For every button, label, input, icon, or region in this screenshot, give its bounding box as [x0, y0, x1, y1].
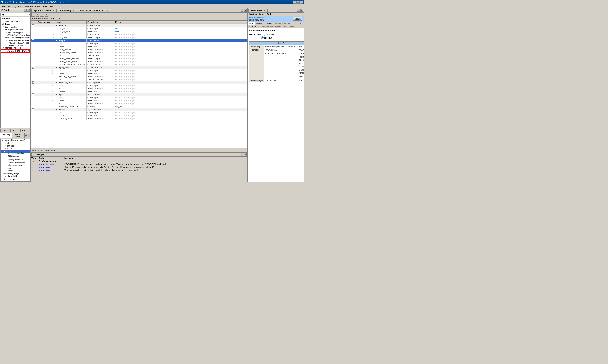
menu-edit[interactable]: Edit: [7, 5, 13, 8]
tab-interconnect-close[interactable]: ✕: [106, 10, 108, 12]
params-close-btn[interactable]: ✕: [300, 9, 303, 12]
params-tab-arithmetic[interactable]: Arithmetic: [292, 22, 303, 25]
maximize-button[interactable]: □: [296, 1, 300, 4]
table-row[interactable]: ─○ clk Clock Output Double-click to expo…: [31, 33, 247, 36]
tree-item-bridges[interactable]: ▼Bridges and Adaptors: [0, 28, 30, 31]
table-row[interactable]: data_master Avalon Memory... Double-clic…: [31, 48, 247, 51]
msg-path-2[interactable]: kernel.sysid: [39, 166, 63, 168]
params-pin-btn[interactable]: ─: [297, 9, 300, 12]
tab-messages-close[interactable]: ✕: [46, 154, 47, 156]
table-row[interactable]: ─○ external_connection Conduit out_led: [31, 105, 247, 108]
table-row[interactable]: s1 Avalon Memory... Double-click to expo…: [31, 87, 247, 90]
table-row[interactable]: ○─ clk_in_reset Reset Input reset: [31, 30, 247, 33]
table-row[interactable]: avalon_jtag_slave Avalon Memory... Doubl…: [31, 75, 247, 78]
table-row[interactable]: ○─ clk1 Clock Input Double-click to expo…: [31, 84, 247, 87]
tree-item-memory-mapped[interactable]: ▼Memory Mapped: [0, 31, 30, 34]
component-checkbox[interactable]: [32, 39, 34, 42]
msg-path-1[interactable]: kernel.jtag_uart: [39, 163, 63, 165]
menu-system[interactable]: System: [13, 5, 23, 8]
add-button[interactable]: + Add...: [20, 129, 30, 132]
toolbar-filter-btn[interactable]: ▾: [44, 13, 48, 17]
hierarchy-pin-btn[interactable]: ─: [25, 134, 27, 137]
tree-item-basic-functions[interactable]: ▼Basic Functions: [0, 26, 30, 28]
tab-interconnect[interactable]: Interconnect Requirements ✕: [77, 9, 110, 12]
new-button[interactable]: New...: [0, 129, 10, 132]
table-row[interactable]: ○─ clk Clock Input Double-click to expo.…: [31, 111, 247, 114]
menu-help[interactable]: Help: [49, 5, 55, 8]
tree-item-library[interactable]: ▼Library: [0, 23, 30, 26]
tree-item-altera-soft-jtag[interactable]: Altera Soft Core JTAG IO: [0, 42, 30, 44]
tree-item-project[interactable]: ▶Project: [0, 17, 30, 20]
table-row[interactable]: control_slave Avalon Memory... Double-cl…: [31, 117, 247, 120]
table-row[interactable]: ○─ clk Clock Input Double-click to expo.…: [31, 69, 247, 72]
tree-item-simulation[interactable]: ▼Simulation: Debug and Verification: [0, 36, 30, 39]
table-row[interactable]: ─○ clk_reset Reset Output Double-click t…: [31, 36, 247, 39]
tab-device-family[interactable]: Device Family: [12, 133, 25, 138]
search-clear-btn[interactable]: ✕: [29, 13, 30, 16]
tree-item-new-component[interactable]: New Component...: [0, 20, 30, 23]
params-tab-mmu[interactable]: MMU and MPU Settings: [260, 25, 282, 28]
details-button[interactable]: Details: [293, 17, 303, 21]
hier-debug-mem-slave[interactable]: ○ debug mem slave: [0, 158, 30, 161]
params-tab-vectors[interactable]: Vectors: [255, 22, 264, 25]
toolbar-down-btn[interactable]: ↓: [40, 13, 44, 17]
table-row[interactable]: ○─ reset Reset Input Double-click to exp…: [31, 114, 247, 117]
table-row[interactable]: irq Interrupt Rec... Double-click to exp…: [31, 54, 247, 57]
tab-system-contents[interactable]: System Contents ✕: [31, 9, 57, 12]
table-row[interactable]: irq Interrupt Sender Double-click to exp…: [31, 78, 247, 81]
hier-reset[interactable]: ○ reset: [0, 169, 30, 172]
tree-item-interface-protocols[interactable]: ▼Interface Protocols: [0, 47, 30, 49]
list-item[interactable]: ● kernel.jtag_uart JTAG UART IP input cl…: [31, 163, 247, 166]
hier-clock-bridge[interactable]: + ●clock_bridge: [0, 175, 30, 178]
component-checkbox[interactable]: [32, 108, 34, 111]
search-input[interactable]: [0, 13, 29, 16]
params-tab-instructions[interactable]: Instructions: [248, 25, 260, 28]
table-row[interactable]: ▼ ■sysid System ID Per...: [31, 108, 247, 111]
tab-hierarchy[interactable]: Hierarchy: [0, 133, 12, 138]
list-item[interactable]: ● kernel.sysid System ID is not assigned…: [31, 166, 247, 169]
table-row[interactable]: debug_reset_request Reset Output Double-…: [31, 57, 247, 60]
hier-instr-master[interactable]: ○ instruction master: [0, 164, 30, 167]
hier-debug-reset[interactable]: ○ debug reset request: [0, 161, 30, 164]
tree-item-altera-virtual-jtag[interactable]: Altera Virtual JTAG: [0, 44, 30, 47]
table-row[interactable]: ○─ reset Reset Input Double-click to exp…: [31, 99, 247, 102]
table-row[interactable]: ○─ reset1 Reset Input Double-click to ex…: [31, 90, 247, 93]
menu-generate[interactable]: Generate: [22, 5, 34, 8]
params-tab-jtag-debug[interactable]: JTAG Debug: [283, 25, 295, 28]
table-row[interactable]: ▼ ■clk_0 Clock Source: [31, 24, 247, 27]
tab-address-map[interactable]: Address Map ✕: [57, 9, 77, 12]
tab-address-map-close[interactable]: ✕: [73, 10, 75, 12]
hier-kernel[interactable]: ▼ ◇kernel [kernel.qsys*: [0, 139, 30, 142]
table-row[interactable]: ○─ reset Reset Input Double-click to exp…: [31, 72, 247, 75]
toolbar-up-btn[interactable]: ↑: [36, 13, 40, 17]
component-checkbox[interactable]: [32, 81, 34, 84]
minimize-button[interactable]: ─: [293, 1, 296, 4]
tab-system-contents-close[interactable]: ✕: [53, 10, 54, 12]
component-checkbox[interactable]: [32, 66, 34, 69]
panel-close-btn[interactable]: ✕: [27, 9, 30, 12]
table-row[interactable]: ▼ ■onchip_ram On-Chip Mem...: [31, 81, 247, 84]
messages-close-btn[interactable]: ✕: [244, 153, 247, 156]
tree-item-debug-perf[interactable]: ▼Debug and Performance: [0, 39, 30, 42]
tab-parameters[interactable]: Parameters ✕: [248, 9, 268, 12]
hier-jtag-uart[interactable]: ▼ ●jtag_uart: [0, 178, 30, 181]
list-item[interactable]: ● kernel.sysid Time stamp will be automa…: [31, 169, 247, 172]
hier-out-led[interactable]: + ●out_led: [0, 144, 30, 147]
edit-button[interactable]: Edit...: [11, 129, 20, 132]
tab-params-close[interactable]: ✕: [264, 10, 265, 12]
hier-jtag-connections[interactable]: ○ Connections: [0, 181, 30, 182]
msg-path-3[interactable]: kernel.sysid: [39, 169, 63, 171]
middle-close-btn[interactable]: ✕: [244, 9, 247, 12]
tab-messages[interactable]: Messages ✕: [31, 153, 49, 156]
toolbar-add-btn[interactable]: +: [31, 13, 35, 17]
radio-nios-e[interactable]: [263, 33, 265, 36]
hier-irq[interactable]: ○ irq: [0, 167, 30, 169]
panel-pin-btn[interactable]: ─: [24, 9, 26, 12]
hier-reset-bridge[interactable]: + ●reset_bridge: [0, 172, 30, 175]
tree-item-jtag-avalon[interactable]: JTAG to Avalon Master Bridge: [0, 34, 30, 36]
hier-reset-0[interactable]: + ●reset_0: [0, 147, 30, 150]
table-row[interactable]: clk Clock Input Double-click to expo...: [31, 42, 247, 45]
radio-nios-f[interactable]: [261, 36, 264, 39]
hierarchy-close-btn[interactable]: ✕: [28, 134, 30, 137]
menu-view[interactable]: View: [34, 5, 41, 8]
